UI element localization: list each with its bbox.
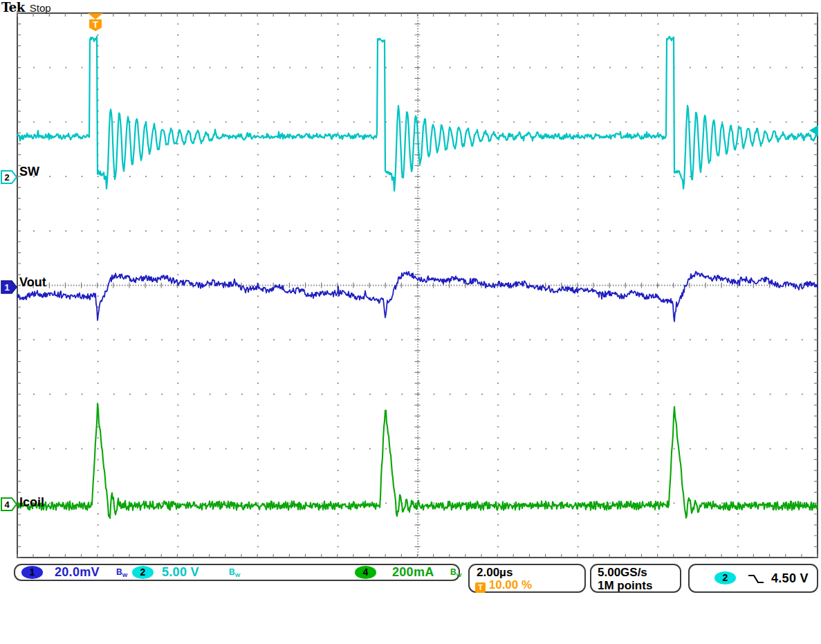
ch4-bandwidth-icon: BW [450,567,461,578]
trigger-box: 2 4.50 V [688,564,818,593]
trigger-t-letter: T [93,19,98,30]
svg-text:4: 4 [4,499,10,510]
trigger-level-arrow-icon [809,125,819,136]
ch4-ground-marker: 4 [1,497,18,512]
ch1-ground-marker: 1 [1,280,18,295]
ch2-waveform [17,37,818,191]
ch2-bandwidth-icon: BW [229,567,240,578]
graticule-ticks [17,13,818,558]
trigger-level-value: 4.50 V [771,571,809,586]
trigger-position-value: 10.00 % [489,578,532,591]
ch2-badge: 2 [132,566,154,579]
channel-readouts-box: 1 20.0mV BW 2 5.00 V BW 4 200mA BW [14,564,460,581]
ch1-label: Vout [19,275,46,290]
falling-edge-icon [748,573,764,585]
timebase-box: 2.00µs T 10.00 % [468,564,586,593]
header: TekStop [1,0,55,12]
acquisition-status: Stop [30,2,51,14]
svg-text:2: 2 [4,172,9,183]
tek-logo: Tek [1,0,25,15]
ch4-scale-readout: 200mA [392,565,434,580]
timebase-value: 2.00µs [477,566,513,580]
svg-text:1: 1 [4,282,9,293]
acquisition-box: 5.00GS/s 1M points [590,564,681,593]
record-length: 1M points [598,579,652,593]
waveform-display [0,0,821,602]
ch2-scale-readout: 5.00 V [162,565,199,580]
trigger-triangle-icon [88,13,103,19]
ch1-bandwidth-icon: BW [116,567,127,578]
trigger-position-icon: T [475,582,486,593]
sample-rate: 5.00GS/s [598,566,647,580]
oscilloscope-screen: TekStop T 2 1 4 SW Vout Icoil 1 20.0mV B… [0,0,821,644]
trigger-position-marker: T [87,12,104,32]
ch1-scale-readout: 20.0mV [55,565,100,580]
ch4-label: Icoil [19,495,44,510]
trigger-position-readout: T 10.00 % [475,578,532,593]
ch2-ground-marker: 2 [1,170,18,185]
ch2-label: SW [19,165,39,179]
trigger-source-badge: 2 [714,571,736,585]
ch4-badge: 4 [355,566,376,579]
ch1-badge: 1 [21,566,43,579]
